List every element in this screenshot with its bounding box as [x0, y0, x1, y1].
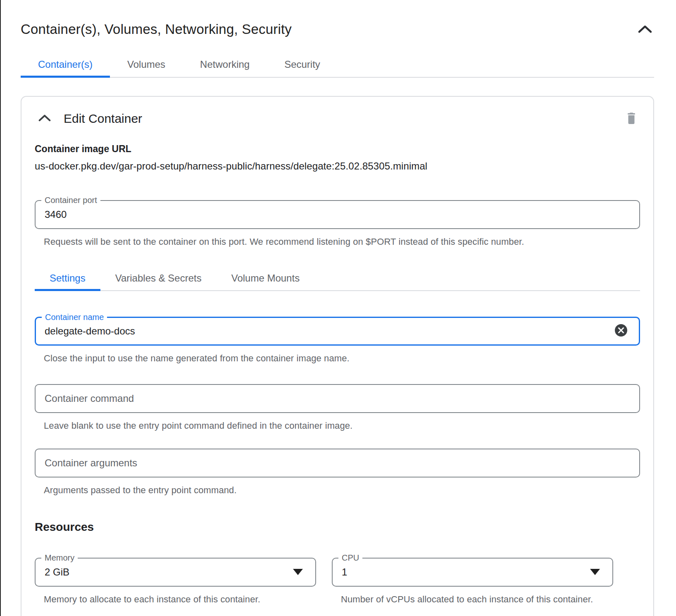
cpu-value: 1 — [342, 566, 347, 578]
memory-label: Memory — [41, 553, 78, 563]
panel-header: Container(s), Volumes, Networking, Secur… — [21, 0, 654, 37]
container-arguments-input[interactable] — [45, 457, 630, 469]
container-port-helper: Requests will be sent to the container o… — [44, 236, 640, 248]
cpu-label: CPU — [338, 553, 362, 563]
tab-security[interactable]: Security — [267, 52, 338, 77]
memory-value: 2 GiB — [45, 566, 69, 578]
caret-down-icon — [590, 569, 600, 575]
container-command-input[interactable] — [45, 393, 630, 404]
x-circle-icon — [614, 323, 628, 339]
clear-container-name-button[interactable] — [612, 321, 630, 341]
card-title: Edit Container — [64, 112, 142, 126]
cpu-column: CPU 1 Number of vCPUs allocated to each … — [332, 558, 613, 606]
container-command-field[interactable] — [35, 384, 640, 413]
cpu-select[interactable]: CPU 1 — [332, 558, 613, 587]
chevron-up-icon — [38, 114, 51, 123]
container-name-label: Container name — [42, 312, 107, 322]
container-image-url-value: us-docker.pkg.dev/gar-prod-setup/harness… — [35, 160, 640, 172]
main-tabs: Container(s) Volumes Networking Security — [21, 52, 654, 78]
container-port-label: Container port — [41, 195, 100, 205]
container-subtabs: Settings Variables & Secrets Volume Moun… — [35, 266, 640, 291]
container-settings-panel: Container(s), Volumes, Networking, Secur… — [21, 0, 654, 616]
memory-select[interactable]: Memory 2 GiB — [35, 558, 316, 587]
edit-container-card: Edit Container Container image URL us-do… — [21, 96, 654, 616]
chevron-up-icon — [638, 24, 652, 35]
resources-heading: Resources — [35, 520, 640, 534]
resources-row: Memory 2 GiB Memory to allocate to each … — [35, 558, 614, 606]
subtab-variables-secrets[interactable]: Variables & Secrets — [100, 266, 217, 290]
memory-column: Memory 2 GiB Memory to allocate to each … — [35, 558, 316, 606]
card-header: Edit Container — [35, 109, 640, 128]
container-command-helper: Leave blank to use the entry point comma… — [44, 420, 640, 432]
container-port-input[interactable] — [45, 209, 630, 220]
screen-left-edge — [0, 0, 1, 616]
caret-down-icon — [293, 569, 303, 575]
container-image-url-label: Container image URL — [35, 143, 640, 155]
tab-networking[interactable]: Networking — [183, 52, 267, 77]
collapse-card-button[interactable] — [36, 112, 53, 125]
container-name-field[interactable]: Container name — [35, 317, 640, 346]
container-image-url-field: Container image URL us-docker.pkg.dev/ga… — [35, 143, 640, 172]
container-arguments-field[interactable] — [35, 449, 640, 478]
cpu-helper: Number of vCPUs allocated to each instan… — [341, 593, 597, 606]
container-name-helper: Close the input to use the name generate… — [44, 352, 640, 365]
collapse-panel-button[interactable] — [636, 23, 654, 36]
page-title: Container(s), Volumes, Networking, Secur… — [21, 21, 292, 37]
container-name-input[interactable] — [45, 325, 607, 337]
memory-helper: Memory to allocate to each instance of t… — [44, 593, 300, 606]
container-port-field[interactable]: Container port — [35, 200, 640, 229]
trash-icon — [625, 111, 638, 126]
tab-volumes[interactable]: Volumes — [110, 52, 183, 77]
container-arguments-helper: Arguments passed to the entry point comm… — [44, 484, 640, 497]
subtab-volume-mounts[interactable]: Volume Mounts — [217, 266, 314, 290]
tab-containers[interactable]: Container(s) — [21, 52, 110, 77]
subtab-settings[interactable]: Settings — [35, 266, 100, 290]
delete-container-button[interactable] — [624, 109, 639, 128]
